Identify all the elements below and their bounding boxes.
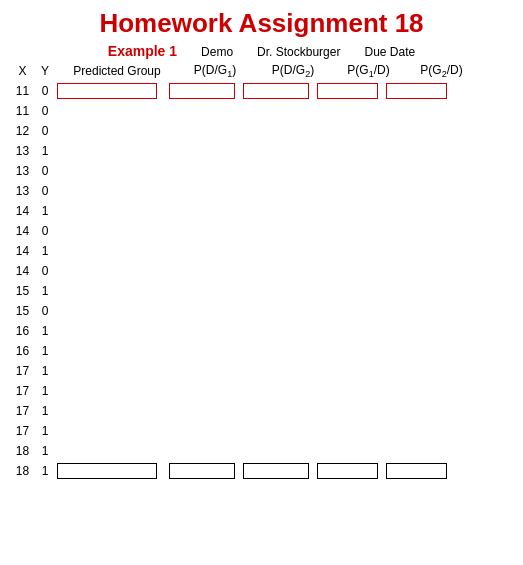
cell-y: 0: [35, 264, 55, 278]
cell-y: 0: [35, 224, 55, 238]
cell-x: 17: [10, 404, 35, 418]
input-predicted-group[interactable]: [57, 463, 157, 479]
cell-y: 0: [35, 184, 55, 198]
cell-x: 16: [10, 344, 35, 358]
table-row: 17 1: [10, 381, 513, 401]
col-header-y: Y: [35, 64, 55, 78]
cell-y: 1: [35, 444, 55, 458]
cell-y: 1: [35, 384, 55, 398]
table-row: 11 0: [10, 101, 513, 121]
col-header-pd-g1: P(D/G1): [178, 63, 252, 79]
input-pg2-d[interactable]: [386, 83, 447, 99]
cell-x: 17: [10, 424, 35, 438]
instructor-label: Dr. Stockburger: [257, 45, 340, 59]
table-row: 11 0: [10, 81, 513, 101]
cell-y: 1: [35, 404, 55, 418]
col-header-pd-g2: P(D/G2): [256, 63, 330, 79]
cell-x: 14: [10, 224, 35, 238]
cell-x: 18: [10, 464, 35, 478]
demo-label: Demo: [201, 45, 233, 59]
table-row: 17 1: [10, 401, 513, 421]
table-row: 17 1: [10, 361, 513, 381]
cell-x: 18: [10, 444, 35, 458]
col-header-predicted-group: Predicted Group: [60, 64, 174, 78]
cell-x: 17: [10, 364, 35, 378]
cell-x: 12: [10, 124, 35, 138]
table-row: 15 1: [10, 281, 513, 301]
table-row: 16 1: [10, 321, 513, 341]
input-pd-g2[interactable]: [243, 83, 309, 99]
table-row: 18 1: [10, 461, 513, 481]
cell-y: 1: [35, 324, 55, 338]
table-row: 13 0: [10, 181, 513, 201]
table-row: 14 0: [10, 221, 513, 241]
cell-x: 17: [10, 384, 35, 398]
cell-x: 11: [10, 84, 35, 98]
table-row: 15 0: [10, 301, 513, 321]
input-pd-g2[interactable]: [243, 463, 309, 479]
input-pd-g1[interactable]: [169, 463, 235, 479]
cell-y: 0: [35, 84, 55, 98]
cell-x: 14: [10, 204, 35, 218]
cell-y: 1: [35, 204, 55, 218]
cell-y: 1: [35, 464, 55, 478]
cell-y: 1: [35, 244, 55, 258]
col-header-pg1-d: P(G1/D): [334, 63, 403, 79]
cell-x: 13: [10, 144, 35, 158]
page-title: Homework Assignment 18: [0, 0, 523, 43]
table-row: 13 0: [10, 161, 513, 181]
cell-x: 13: [10, 184, 35, 198]
cell-x: 15: [10, 284, 35, 298]
cell-y: 1: [35, 144, 55, 158]
cell-x: 14: [10, 244, 35, 258]
table-row: 13 1: [10, 141, 513, 161]
cell-y: 1: [35, 364, 55, 378]
input-pd-g1[interactable]: [169, 83, 235, 99]
table-row: 18 1: [10, 441, 513, 461]
input-predicted-group[interactable]: [57, 83, 157, 99]
table-row: 14 1: [10, 201, 513, 221]
table-row: 14 0: [10, 261, 513, 281]
input-pg1-d[interactable]: [317, 83, 378, 99]
input-pg1-d[interactable]: [317, 463, 378, 479]
cell-x: 13: [10, 164, 35, 178]
table-row: 12 0: [10, 121, 513, 141]
due-date-label: Due Date: [364, 45, 415, 59]
table-row: 16 1: [10, 341, 513, 361]
cell-x: 11: [10, 104, 35, 118]
cell-y: 1: [35, 424, 55, 438]
cell-y: 0: [35, 304, 55, 318]
cell-y: 1: [35, 284, 55, 298]
table-row: 17 1: [10, 421, 513, 441]
cell-y: 1: [35, 344, 55, 358]
example-label: Example 1: [108, 43, 177, 59]
col-header-pg2-d: P(G2/D): [407, 63, 476, 79]
cell-x: 15: [10, 304, 35, 318]
cell-y: 0: [35, 124, 55, 138]
cell-y: 0: [35, 104, 55, 118]
cell-y: 0: [35, 164, 55, 178]
table-row: 14 1: [10, 241, 513, 261]
cell-x: 16: [10, 324, 35, 338]
input-pg2-d[interactable]: [386, 463, 447, 479]
cell-x: 14: [10, 264, 35, 278]
col-header-x: X: [10, 64, 35, 78]
